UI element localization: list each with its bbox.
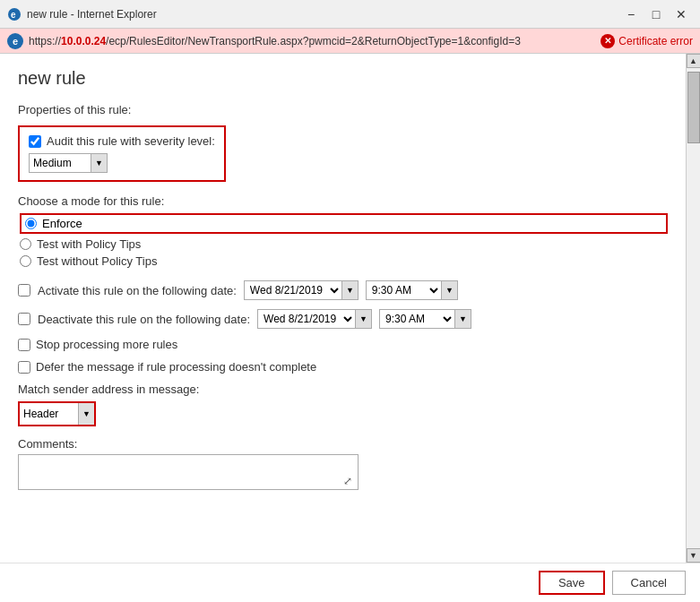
cert-error-icon: ✕ xyxy=(601,34,615,48)
properties-label: Properties of this rule: xyxy=(18,103,668,116)
defer-message-checkbox[interactable] xyxy=(18,361,30,374)
window-title: new rule - Internet Explorer xyxy=(27,8,157,21)
test-with-radio[interactable] xyxy=(20,238,31,250)
mode-label: Choose a mode for this rule: xyxy=(18,194,668,208)
header-dropdown-arrow[interactable]: ▼ xyxy=(78,403,94,425)
browser-icon-letter: e xyxy=(13,36,18,47)
footer: Save Cancel xyxy=(0,563,700,602)
comments-expand-icon[interactable]: ⤢ xyxy=(343,475,356,487)
browser-icon: e xyxy=(7,33,23,49)
url-display[interactable]: https://10.0.0.24/ecp/RulesEditor/NewTra… xyxy=(29,35,595,47)
audit-box: Audit this rule with severity level: Low… xyxy=(18,125,226,182)
title-bar: e new rule - Internet Explorer − □ ✕ xyxy=(0,0,700,29)
test-without-option: Test without Policy Tips xyxy=(20,254,668,268)
scrollbar-up-arrow[interactable]: ▲ xyxy=(687,54,701,68)
cert-error-text: Certificate error xyxy=(618,35,693,47)
activate-label: Activate this rule on the following date… xyxy=(38,284,237,297)
url-path: /ecp/RulesEditor/NewTransportRule.aspx?p… xyxy=(106,35,521,47)
test-without-radio[interactable] xyxy=(20,255,31,267)
deactivate-label: Deactivate this rule on the following da… xyxy=(38,313,250,326)
title-bar-left: e new rule - Internet Explorer xyxy=(7,7,157,22)
enforce-option-box: Enforce xyxy=(20,213,668,234)
audit-checkbox-label: Audit this rule with severity level: xyxy=(47,134,215,148)
scrollbar-down-arrow[interactable]: ▼ xyxy=(687,548,701,563)
scrollbar-thumb[interactable] xyxy=(687,72,700,143)
match-sender-label: Match sender address in message: xyxy=(18,383,668,396)
deactivate-date-arrow[interactable]: ▼ xyxy=(356,309,372,329)
content-panel: new rule Properties of this rule: Audit … xyxy=(0,54,686,563)
comments-textarea-wrapper: ⤢ xyxy=(18,454,359,490)
activate-time-arrow[interactable]: ▼ xyxy=(442,280,458,300)
activate-time-picker: 9:30 AM ▼ xyxy=(366,280,458,300)
audit-checkbox[interactable] xyxy=(29,135,41,148)
enforce-radio[interactable] xyxy=(25,218,37,229)
test-without-label: Test without Policy Tips xyxy=(37,254,157,268)
ie-app-icon: e xyxy=(7,7,22,22)
mode-section: Choose a mode for this rule: Enforce Tes… xyxy=(18,194,668,268)
header-dropdown: Header Envelope Header or Envelope ▼ xyxy=(18,401,96,426)
maximize-button[interactable]: □ xyxy=(644,3,668,26)
minimize-button[interactable]: − xyxy=(619,3,643,26)
deactivate-checkbox[interactable] xyxy=(18,313,30,325)
stop-processing-checkbox[interactable] xyxy=(18,339,30,351)
activate-date-picker: Wed 8/21/2019 ▼ xyxy=(244,280,359,300)
activate-checkbox[interactable] xyxy=(18,284,30,297)
main-area: new rule Properties of this rule: Audit … xyxy=(0,54,700,563)
save-button[interactable]: Save xyxy=(539,571,605,595)
address-bar: e https://10.0.0.24/ecp/RulesEditor/NewT… xyxy=(0,29,700,54)
activate-date-select[interactable]: Wed 8/21/2019 xyxy=(244,280,342,300)
test-with-option: Test with Policy Tips xyxy=(20,237,668,251)
stop-processing-row: Stop processing more rules xyxy=(18,338,668,351)
audit-checkbox-row: Audit this rule with severity level: xyxy=(29,134,215,148)
activate-time-select[interactable]: 9:30 AM xyxy=(366,280,442,300)
enforce-label: Enforce xyxy=(42,217,82,230)
activate-date-arrow[interactable]: ▼ xyxy=(342,280,359,300)
severity-dropdown: Low Medium High ▼ xyxy=(29,153,215,173)
close-button[interactable]: ✕ xyxy=(670,3,693,26)
url-host: 10.0.0.24 xyxy=(61,35,106,47)
url-https: https:// xyxy=(29,35,61,47)
severity-dropdown-arrow[interactable]: ▼ xyxy=(91,153,108,173)
activate-row: Activate this rule on the following date… xyxy=(18,280,668,300)
window-controls: − □ ✕ xyxy=(619,3,693,26)
deactivate-date-picker: Wed 8/21/2019 ▼ xyxy=(257,309,372,329)
deactivate-time-picker: 9:30 AM ▼ xyxy=(379,309,471,329)
stop-processing-label: Stop processing more rules xyxy=(36,338,177,351)
svg-text:e: e xyxy=(11,10,16,20)
deactivate-time-arrow[interactable]: ▼ xyxy=(455,309,471,329)
mode-options: Enforce Test with Policy Tips Test witho… xyxy=(18,213,668,268)
deactivate-row: Deactivate this rule on the following da… xyxy=(18,309,668,329)
match-sender-section: Match sender address in message: Header … xyxy=(18,383,668,426)
defer-message-row: Defer the message if rule processing doe… xyxy=(18,360,668,374)
test-with-label: Test with Policy Tips xyxy=(37,237,141,251)
cancel-button[interactable]: Cancel xyxy=(612,571,686,595)
deactivate-date-select[interactable]: Wed 8/21/2019 xyxy=(257,309,356,329)
deactivate-time-select[interactable]: 9:30 AM xyxy=(379,309,455,329)
page-title: new rule xyxy=(18,68,668,89)
comments-textarea[interactable] xyxy=(19,455,358,489)
scrollbar: ▲ ▼ xyxy=(686,54,700,563)
defer-message-label: Defer the message if rule processing doe… xyxy=(36,360,316,374)
cert-error-indicator[interactable]: ✕ Certificate error xyxy=(601,34,693,48)
comments-section: Comments: ⤢ xyxy=(18,437,668,490)
header-select[interactable]: Header Envelope Header or Envelope xyxy=(20,403,78,425)
comments-label: Comments: xyxy=(18,437,668,451)
severity-select[interactable]: Low Medium High xyxy=(29,153,91,173)
